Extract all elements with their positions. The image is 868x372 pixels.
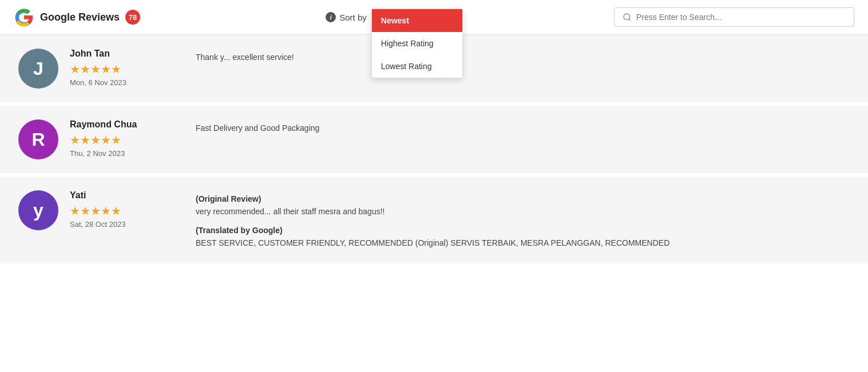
review-card: R Raymond Chua ★★★★★ Thu, 2 Nov 2023 Fas… [0,106,868,177]
original-review-text: very recommended... all their staff mesr… [196,205,850,218]
avatar: R [18,119,58,159]
review-count-badge: 78 [125,10,140,25]
star-rating: ★★★★★ [70,62,184,76]
star-rating: ★★★★★ [70,204,184,218]
translated-review-label: (Translated by Google) [196,224,850,237]
google-logo-icon [14,7,34,27]
avatar: J [18,49,58,89]
info-icon: i [326,12,336,22]
search-input[interactable] [636,13,846,22]
svg-line-1 [629,19,631,21]
page-title: Google Reviews [40,11,120,23]
review-card: y Yati ★★★★★ Sat, 28 Oct 2023 (Original … [0,177,868,267]
svg-point-0 [624,14,630,20]
translated-review-text: BEST SERVICE, CUSTOMER FRIENDLY, RECOMME… [196,237,850,249]
search-box [614,7,854,27]
review-date: Thu, 2 Nov 2023 [70,149,184,158]
sort-dropdown-menu: Newest Highest Rating Lowest Rating [371,9,463,78]
sort-area: i Sort by Newest Newest Highest Rating L… [149,9,605,26]
review-text: Fast Delivery and Good Packaging [196,119,850,134]
reviewer-info: Raymond Chua ★★★★★ Thu, 2 Nov 2023 [70,119,184,158]
original-review-label: (Original Review) [196,193,850,205]
review-date: Sat, 28 Oct 2023 [70,220,184,229]
logo-area: Google Reviews 78 [14,7,140,27]
reviewer-name: John Tan [70,49,184,59]
reviewer-name: Raymond Chua [70,119,184,130]
star-rating: ★★★★★ [70,133,184,147]
sort-dropdown-wrapper: Newest Newest Highest Rating Lowest Rati… [371,9,429,26]
sort-by-label: Sort by [339,13,367,22]
sort-option-newest[interactable]: Newest [372,9,462,32]
reviewer-name: Yati [70,190,184,201]
review-text: Thank y... excellent service! [196,49,850,63]
search-icon [623,13,632,22]
sort-option-highest-rating[interactable]: Highest Rating [372,32,462,55]
sort-label-group: i Sort by [326,12,367,22]
page-header: Google Reviews 78 i Sort by Newest Newes… [0,0,868,35]
avatar: y [18,190,58,230]
reviewer-info: Yati ★★★★★ Sat, 28 Oct 2023 [70,190,184,229]
sort-option-lowest-rating[interactable]: Lowest Rating [372,55,462,78]
search-area [614,7,854,27]
reviewer-info: John Tan ★★★★★ Mon, 6 Nov 2023 [70,49,184,87]
review-date: Mon, 6 Nov 2023 [70,78,184,87]
review-text: (Original Review) very recommended... al… [196,190,850,250]
